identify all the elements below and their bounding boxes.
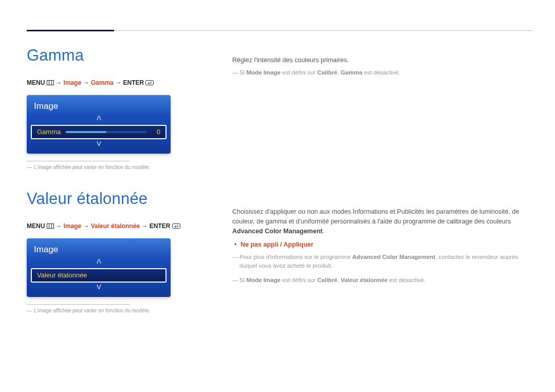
note-bold: Gamma	[341, 69, 362, 76]
osd-title: Image	[27, 244, 171, 258]
breadcrumb-menu: MENU	[27, 79, 45, 86]
desc-text: Choisissez d'appliquer ou non aux modes …	[232, 208, 519, 225]
note-bold: Calibré	[317, 277, 337, 283]
calibrated-note-1: Pour plus d'informations sur le programm…	[232, 253, 532, 271]
footnote-text: L'image affichée peut varier en fonction…	[34, 164, 150, 170]
note-bold: Calibré	[317, 69, 337, 76]
breadcrumb-arrow: →	[141, 222, 147, 230]
breadcrumb-arrow: →	[55, 222, 62, 230]
osd-row-calibrated[interactable]: Valeur étalonnée	[31, 268, 166, 283]
osd-panel-gamma: Image ᐱ Gamma 0 ᐯ	[27, 95, 171, 154]
chevron-up-icon[interactable]: ᐱ	[27, 258, 171, 267]
content-columns: Gamma MENU → Image → Gamma → ENTER Image…	[27, 30, 532, 333]
breadcrumb-item: Gamma	[91, 79, 114, 86]
breadcrumb-arrow: →	[115, 79, 121, 86]
breadcrumb-item: Valeur étalonnée	[91, 222, 140, 230]
breadcrumb-menu: MENU	[27, 222, 45, 230]
breadcrumb-image: Image	[63, 79, 81, 86]
footnote-dash: ―	[27, 308, 32, 313]
footnote-rule	[27, 161, 130, 161]
calibrated-description: Choisissez d'appliquer ou non aux modes …	[232, 207, 532, 237]
breadcrumb-calibrated: MENU → Image → Valeur étalonnée → ENTER	[27, 222, 201, 230]
breadcrumb-enter: ENTER	[150, 222, 171, 230]
options-bullet: Ne pas appli / Appliquer	[232, 240, 532, 250]
footnote-rule	[27, 304, 130, 305]
note-text: est désactivé.	[387, 277, 425, 283]
svg-rect-4	[47, 223, 53, 228]
osd-title: Image	[27, 100, 171, 115]
menu-icon	[47, 223, 54, 230]
osd-row-label: Valeur étalonnée	[37, 271, 87, 279]
osd-row-value: 0	[152, 128, 160, 136]
chevron-down-icon[interactable]: ᐯ	[27, 140, 171, 150]
calibrated-note-2: Si Mode Image est défini sur Calibré, Va…	[232, 276, 532, 285]
gamma-slider[interactable]	[66, 131, 147, 133]
note-bold: Mode Image	[246, 69, 280, 76]
footnote-gamma: ―L'image affichée peut varier en fonctio…	[27, 164, 201, 170]
note-bold: Mode Image	[246, 277, 280, 283]
enter-icon	[145, 80, 154, 87]
note-text: est défini sur	[281, 69, 318, 76]
chevron-up-icon[interactable]: ᐱ	[27, 115, 171, 124]
svg-rect-3	[146, 80, 154, 85]
enter-icon	[172, 223, 180, 230]
footnote-dash: ―	[27, 164, 32, 170]
note-text: Pour plus d'informations sur le programm…	[239, 254, 353, 260]
svg-rect-0	[47, 80, 53, 85]
gamma-note: Si Mode Image est défini sur Calibré, Ga…	[232, 68, 532, 77]
svg-rect-7	[172, 223, 180, 228]
osd-panel-calibrated: Image ᐱ Valeur étalonnée ᐯ	[27, 238, 171, 297]
desc-bold: Advanced Color Management	[232, 228, 323, 235]
section-title-gamma: Gamma	[27, 46, 201, 65]
note-bold: Advanced Color Management	[353, 254, 436, 260]
breadcrumb-gamma: MENU → Image → Gamma → ENTER	[27, 79, 201, 87]
section-title-calibrated: Valeur étalonnée	[27, 190, 201, 208]
footnote-calibrated: ―L'image affichée peut varier en fonctio…	[27, 308, 201, 313]
left-column: Gamma MENU → Image → Gamma → ENTER Image…	[27, 46, 201, 333]
page-root: Gamma MENU → Image → Gamma → ENTER Image…	[0, 0, 555, 333]
note-text: Si	[239, 69, 246, 76]
footnote-text: L'image affichée peut varier en fonction…	[34, 308, 150, 313]
menu-icon	[47, 80, 54, 87]
breadcrumb-enter: ENTER	[123, 79, 144, 86]
gamma-description: Réglez l'intensité des couleurs primaire…	[232, 55, 532, 65]
note-text: est défini sur	[281, 277, 318, 283]
osd-row-gamma[interactable]: Gamma 0	[31, 125, 166, 139]
chevron-down-icon[interactable]: ᐯ	[27, 284, 171, 293]
right-column: Réglez l'intensité des couleurs primaire…	[232, 46, 532, 333]
note-text: Si	[239, 277, 246, 283]
desc-text: .	[323, 228, 324, 235]
breadcrumb-arrow: →	[83, 79, 89, 86]
breadcrumb-arrow: →	[55, 79, 62, 86]
osd-row-label: Gamma	[37, 128, 61, 136]
note-text: est désactivé.	[362, 69, 400, 76]
header-rule	[27, 30, 532, 37]
note-bold: Valeur étalonnée	[341, 277, 387, 283]
breadcrumb-arrow: →	[83, 222, 89, 230]
breadcrumb-image: Image	[63, 222, 81, 230]
